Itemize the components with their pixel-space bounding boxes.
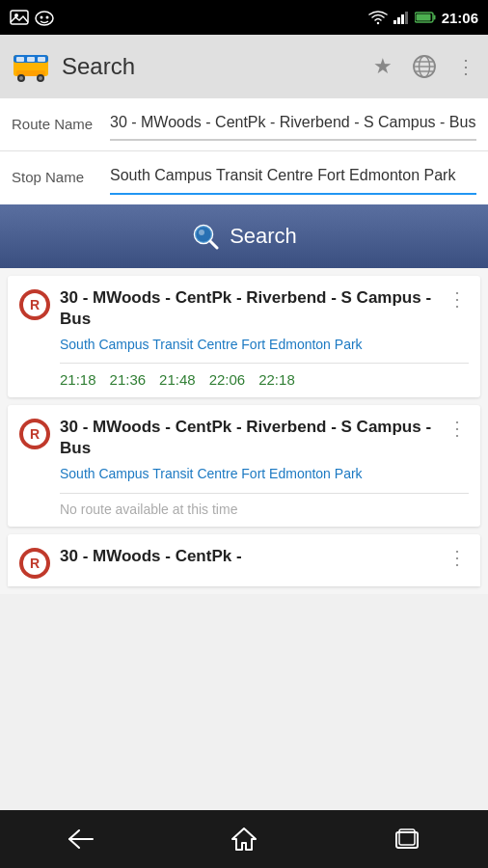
route-name: 30 - MWoods - CentPk - Riverbend - S Cam… [60,287,436,330]
time-value: 22:06 [209,371,246,388]
svg-point-18 [39,76,42,80]
result-card-header-partial: R 30 - MWoods - CentPk - ⋮ [19,546,469,579]
status-bar: 21:06 [0,0,488,35]
result-card: R 30 - MWoods - CentPk - Riverbend - S C… [8,405,480,526]
home-icon [230,827,258,852]
svg-marker-32 [232,828,256,850]
time-value: 21:48 [159,371,196,388]
svg-rect-6 [397,17,400,24]
divider [60,363,469,364]
svg-rect-11 [416,14,430,21]
signal-icon [393,11,409,24]
route-name-partial: 30 - MWoods - CentPk - [60,546,436,567]
route-name-row: Route Name 30 - MWoods - CentPk - Riverb… [0,98,488,151]
svg-rect-8 [405,12,408,24]
search-button-label: Search [230,224,297,249]
route-value: 30 - MWoods - CentPk - Riverbend - S Cam… [110,114,475,130]
nav-bar [0,810,488,868]
favorites-icon[interactable]: ★ [373,54,393,79]
status-bar-right: 21:06 [368,10,478,26]
search-icon [191,222,220,251]
status-bar-left [10,9,54,26]
stop-name: South Campus Transit Centre Fort Edmonto… [60,465,469,482]
result-card-header: R 30 - MWoods - CentPk - Riverbend - S C… [19,287,469,330]
nav-home-button[interactable] [205,820,283,858]
svg-rect-19 [16,57,24,62]
times-row: 21:18 21:36 21:48 22:06 22:18 [60,371,469,388]
battery-icon [415,12,436,23]
result-card-header: R 30 - MWoods - CentPk - Riverbend - S C… [19,417,469,459]
time-value: 21:36 [110,371,147,388]
app-bar-actions: ★ ⋮ [373,54,476,79]
more-icon[interactable]: ⋮ [446,287,469,311]
svg-point-3 [41,16,43,19]
svg-rect-7 [401,14,404,24]
svg-rect-21 [38,57,45,62]
more-options-icon[interactable]: ⋮ [456,55,476,78]
search-button[interactable]: Search [0,204,488,268]
results-area: R 30 - MWoods - CentPk - Riverbend - S C… [0,268,488,594]
result-card: R 30 - MWoods - CentPk - Riverbend - S C… [8,276,480,397]
no-route-text: No route available at this time [60,502,469,517]
result-card-partial: R 30 - MWoods - CentPk - ⋮ [8,534,480,586]
form-area: Route Name 30 - MWoods - CentPk - Riverb… [0,98,488,204]
svg-point-29 [199,230,204,235]
stop-value-container[interactable]: South Campus Transit Centre Fort Edmonto… [110,165,476,194]
nav-back-button[interactable] [42,820,120,858]
more-icon[interactable]: ⋮ [446,546,469,569]
back-icon [68,828,95,850]
svg-rect-20 [27,57,35,62]
globe-icon[interactable] [412,54,437,79]
game-icon [35,9,54,26]
svg-rect-0 [11,11,28,24]
stop-name: South Campus Transit Centre Fort Edmonto… [60,336,469,353]
stop-name-row: Stop Name South Campus Transit Centre Fo… [0,151,488,203]
time-value: 21:18 [60,371,96,388]
stop-label: Stop Name [12,165,98,185]
svg-point-4 [46,16,49,19]
more-icon[interactable]: ⋮ [446,417,469,440]
svg-line-30 [210,241,217,248]
status-time: 21:06 [442,10,478,26]
svg-rect-10 [433,15,435,20]
svg-rect-5 [393,20,396,24]
bus-icon [12,49,50,84]
nav-recent-button[interactable] [368,820,446,858]
route-name: 30 - MWoods - CentPk - Riverbend - S Cam… [60,417,436,459]
app-bar-title: Search [62,53,362,80]
route-icon: R [19,289,50,320]
route-icon: R [19,419,50,449]
stop-value: South Campus Transit Centre Fort Edmonto… [110,167,455,183]
recent-apps-icon [394,828,420,850]
app-bar: Search ★ ⋮ [0,35,488,98]
svg-point-16 [19,76,23,80]
route-icon: R [19,548,50,579]
divider [60,493,469,494]
route-label: Route Name [12,112,98,132]
photo-icon [10,10,29,25]
time-value: 22:18 [258,371,295,388]
wifi-icon [368,10,388,25]
route-value-container[interactable]: 30 - MWoods - CentPk - Riverbend - S Cam… [110,112,476,141]
